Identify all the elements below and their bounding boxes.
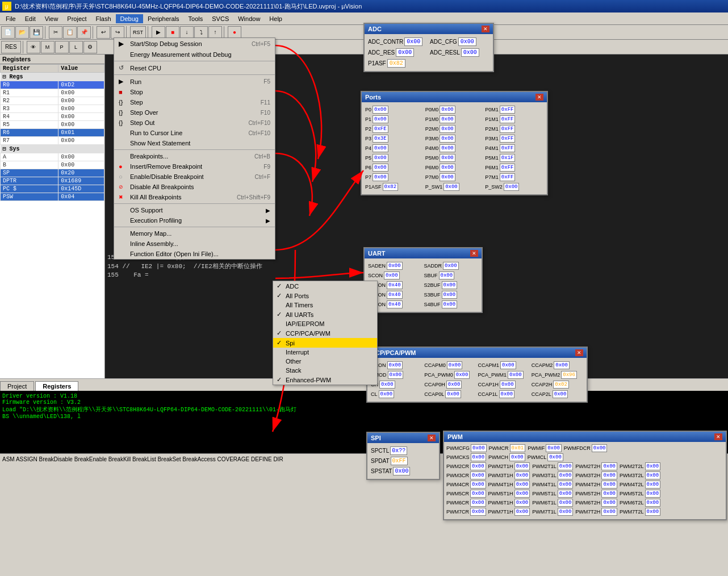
menu-enable-bp[interactable]: ○ Enable/Disable Breakpoint Ctrl+F	[114, 172, 275, 182]
watch-btn[interactable]: 👁	[27, 41, 40, 53]
menu-function-editor[interactable]: Function Editor (Open Ini File)...	[114, 249, 275, 259]
menu-file[interactable]: File	[1, 14, 20, 23]
uart-close[interactable]: ✕	[470, 250, 478, 257]
menu-breakpoints[interactable]: Breakpoints... Ctrl+B	[114, 151, 275, 161]
menu-energy[interactable]: Energy Measurement without Debug	[114, 49, 275, 60]
save-btn[interactable]: 💾	[30, 26, 43, 39]
menu-reset-cpu[interactable]: ↺ Reset CPU	[114, 62, 275, 73]
ports-panel-header: Ports ✕	[362, 92, 547, 102]
insert-bp-label: Insert/Remove Breakpoint	[130, 163, 263, 170]
res-btn[interactable]: RES	[1, 41, 21, 53]
copy-btn[interactable]: 📋	[63, 26, 77, 39]
menu-stop[interactable]: ■ Stop	[114, 87, 275, 97]
sub-enhanced-pwm[interactable]: ✓ Enhanced-PWM	[273, 375, 377, 385]
menu-insert-bp[interactable]: ● Insert/Remove Breakpoint F9	[114, 161, 275, 172]
menu-run-cursor[interactable]: Run to Cursor Line Ctrl+F10	[114, 128, 275, 138]
mem-btn[interactable]: M	[41, 41, 55, 53]
sep4	[148, 26, 150, 39]
menu-step-out[interactable]: {} Step Out Ctrl+F10	[114, 118, 275, 128]
perf-btn[interactable]: P	[55, 41, 69, 53]
sub-all-ports[interactable]: ✓ All Ports	[273, 291, 377, 300]
sep2	[93, 26, 95, 39]
menu-memory-map[interactable]: Memory Map...	[114, 228, 275, 239]
menu-edit[interactable]: Edit	[20, 14, 40, 23]
uart-title: UART	[368, 250, 386, 257]
disable-all-bp-icon: ⊘	[119, 184, 130, 190]
stop-label: Stop	[130, 89, 270, 95]
new-btn[interactable]: 📄	[1, 26, 15, 39]
step-over-icon: {}	[119, 109, 130, 116]
sub-iap[interactable]: IAP/EEPROM	[273, 319, 377, 328]
menu-window[interactable]: Window	[233, 14, 265, 23]
breakpoint-btn[interactable]: ●	[228, 26, 241, 39]
open-btn[interactable]: 📂	[15, 26, 29, 39]
label-other: Other	[286, 358, 374, 365]
p1asf-label: P1ASF	[368, 60, 386, 66]
logic-btn[interactable]: L	[69, 41, 83, 53]
menu-svcs[interactable]: SVCS	[207, 14, 233, 23]
spi-close[interactable]: ✕	[428, 435, 436, 441]
menu-tools[interactable]: Tools	[184, 14, 208, 23]
ccp-close[interactable]: ✕	[575, 349, 583, 356]
rst-btn[interactable]: RST	[130, 26, 146, 39]
stepover-btn[interactable]: ⤵	[194, 26, 208, 39]
reset-label: Reset CPU	[130, 65, 270, 72]
menu-view[interactable]: View	[40, 14, 63, 23]
sub-other[interactable]: Other	[273, 357, 377, 366]
sub-stack[interactable]: Stack	[273, 366, 377, 375]
command-line-4: BS \\unnamed\LED\138, l	[2, 414, 726, 420]
tab-project[interactable]: Project	[0, 381, 34, 391]
run-btn[interactable]: ▶	[152, 26, 165, 39]
menu-disable-all-bp[interactable]: ⊘ Disable All Breakpoints	[114, 182, 275, 192]
menu-debug[interactable]: Debug	[116, 14, 143, 23]
menu-step[interactable]: {} Step F11	[114, 97, 275, 107]
undo-btn[interactable]: ↩	[97, 26, 110, 39]
step-over-label: Step Over	[130, 109, 261, 116]
menu-flash[interactable]: Flash	[91, 14, 116, 23]
function-editor-label: Function Editor (Open Ini File)...	[130, 251, 270, 257]
sub-adc[interactable]: ✓ ADC	[273, 281, 377, 291]
menu-os-support[interactable]: OS Support ▶	[114, 205, 275, 215]
run-shortcut: F5	[263, 78, 270, 85]
command-line-1: Driver version : V1.18	[2, 393, 726, 399]
sep1	[45, 26, 47, 39]
menu-run[interactable]: ▶ Run F5	[114, 76, 275, 87]
disable-all-bp-label: Disable All Breakpoints	[130, 183, 270, 190]
sub-all-timers[interactable]: All Timers	[273, 300, 377, 310]
settings-btn[interactable]: ⚙	[83, 41, 97, 53]
menu-help[interactable]: Help	[265, 14, 287, 23]
divider-1	[114, 61, 275, 61]
menu-peripherals[interactable]: Peripherals	[143, 14, 184, 23]
registers-table: Register Value ⊟ RegsR0 0xD2R1 0x00R2 0x…	[0, 64, 104, 378]
sub-spi[interactable]: ✓ Spi	[273, 338, 377, 348]
sub-ccp[interactable]: ✓ CCP/PCA/PWM	[273, 328, 377, 338]
pwm-close[interactable]: ✕	[714, 433, 722, 440]
redo-btn[interactable]: ↪	[111, 26, 124, 39]
memory-map-label: Memory Map...	[130, 230, 270, 237]
step-btn[interactable]: ↓	[180, 26, 194, 39]
kill-all-bp-label: Kill All Breakpoints	[130, 194, 237, 201]
menu-start-debug[interactable]: ▶ Start/Stop Debug Session Ctrl+F5	[114, 38, 275, 49]
menu-show-next[interactable]: Show Next Statement	[114, 138, 275, 148]
sep6	[23, 41, 25, 53]
menu-project[interactable]: Project	[62, 14, 91, 23]
cut-btn[interactable]: ✂	[49, 26, 62, 39]
adc-contr-value: 0x00	[404, 37, 422, 46]
adc-close[interactable]: ✕	[482, 26, 489, 32]
menu-inline-asm[interactable]: Inline Assembly...	[114, 239, 275, 249]
menu-step-over[interactable]: {} Step Over F10	[114, 107, 275, 118]
ports-content: P00x00P0M00x00P0M10xFFP10x00P1M00x00P1M1…	[362, 102, 547, 194]
adc-contr-label: ADC_CONTR	[368, 39, 403, 45]
sub-all-uarts[interactable]: ✓ All UARTs	[273, 310, 377, 319]
paste-btn[interactable]: 📌	[77, 26, 91, 39]
menu-exec-profiling[interactable]: Execution Profiling ▶	[114, 215, 275, 226]
menu-kill-all-bp[interactable]: ✖ Kill All Breakpoints Ctrl+Shift+F9	[114, 192, 275, 202]
ports-panel: Ports ✕ P00x00P0M00x00P0M10xFFP10x00P1M0…	[361, 91, 548, 195]
tab-registers[interactable]: Registers	[35, 381, 78, 391]
pwm-content: PWMCFG0x00PWMCR0x01PWMIF0x00PWMFDCR0x00P…	[444, 442, 726, 519]
stepout-btn[interactable]: ↑	[208, 26, 222, 39]
stop-btn[interactable]: ■	[166, 26, 179, 39]
check-ccp: ✓	[277, 329, 286, 337]
ports-close[interactable]: ✕	[535, 94, 543, 101]
sub-interrupt[interactable]: Interrupt	[273, 348, 377, 357]
